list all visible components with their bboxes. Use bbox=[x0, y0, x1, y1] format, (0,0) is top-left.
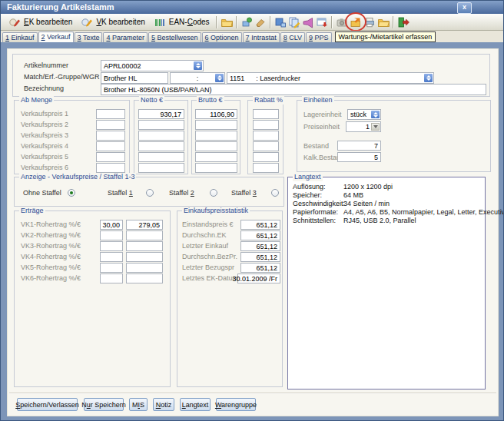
vk6-rohertrag-pct-field[interactable] bbox=[100, 273, 123, 283]
ek-bearbeiten-button[interactable]: EK bearbeiten bbox=[4, 15, 76, 29]
netto-field-5[interactable] bbox=[138, 152, 184, 162]
tab-optionen[interactable]: 6 Optionen bbox=[202, 32, 242, 42]
staffel1-radio[interactable] bbox=[146, 189, 154, 197]
vk4-rohertrag-pct-field[interactable] bbox=[100, 252, 123, 262]
wgr-spinner[interactable] bbox=[424, 74, 433, 82]
vk1-rohertrag-eur-field[interactable]: 279,05 bbox=[126, 220, 163, 230]
toolbar-separator bbox=[393, 16, 394, 28]
camera-icon[interactable] bbox=[335, 15, 349, 28]
brutto-field-3[interactable] bbox=[195, 131, 237, 141]
netto-field-4[interactable] bbox=[138, 141, 184, 151]
wgr-field[interactable]: 1151 : Laserdrucker bbox=[227, 72, 434, 84]
einstandspreis-field[interactable]: 651,12 bbox=[240, 220, 280, 230]
tab-verkauf[interactable]: 2 Verkauf bbox=[38, 31, 74, 42]
ab-menge-field-6[interactable] bbox=[96, 163, 125, 173]
letztes-ek-datum-field[interactable]: 30.01.2009 /Fr bbox=[237, 273, 280, 283]
artikelnummer-spinner[interactable] bbox=[194, 61, 202, 70]
tab-texte[interactable]: 3 Texte bbox=[75, 32, 103, 42]
megaphone-icon[interactable] bbox=[301, 15, 315, 28]
vk6-rohertrag-eur-field[interactable] bbox=[126, 273, 163, 283]
warengruppe-button[interactable]: Warengruppe bbox=[216, 398, 256, 411]
langtext-line: Auflösung:1200 x 1200 dpi bbox=[293, 183, 393, 191]
tab-bestellwesen[interactable]: 5 Bestellwesen bbox=[148, 32, 201, 42]
netto-field-3[interactable] bbox=[138, 131, 184, 141]
letzter-einkauf-field[interactable]: 651,12 bbox=[240, 241, 280, 251]
eraser-icon[interactable] bbox=[254, 15, 267, 28]
kalk-bestand-field[interactable]: 5 bbox=[337, 152, 381, 162]
vk5-rohertrag-pct-field[interactable] bbox=[100, 263, 123, 273]
lagereinheit-field[interactable]: stück bbox=[347, 109, 381, 120]
copy-small-icon[interactable] bbox=[274, 15, 287, 28]
edit-purchase-icon bbox=[8, 15, 22, 28]
vk-bearbeiten-button[interactable]: VK bearbeiten bbox=[76, 15, 148, 29]
ab-menge-field-5[interactable] bbox=[96, 152, 125, 162]
rabatt-field-3[interactable] bbox=[253, 131, 279, 141]
letzter-bezugspr-field[interactable]: 651,12 bbox=[240, 263, 280, 273]
ab-menge-field-3[interactable] bbox=[96, 131, 125, 141]
durchschn-bezpr-label: Durchschn.BezPr. bbox=[182, 253, 237, 260]
vk5-rohertrag-eur-field[interactable] bbox=[126, 263, 163, 273]
tab-einkauf[interactable]: 1 Einkauf bbox=[2, 32, 38, 42]
vk4-rohertrag-eur-field[interactable] bbox=[126, 252, 163, 262]
durchschn-bezpr-field[interactable]: 651,12 bbox=[240, 252, 280, 262]
ab-menge-field-1[interactable] bbox=[96, 109, 125, 119]
tab-pps[interactable]: 9 PPS bbox=[306, 32, 332, 42]
artikelnummer-field[interactable]: APRL00002 bbox=[101, 60, 204, 71]
maintenance-article-icon[interactable] bbox=[349, 15, 363, 28]
vk1-rohertrag-pct-field[interactable]: 30,00 bbox=[100, 220, 123, 230]
brutto-field-5[interactable] bbox=[195, 152, 237, 162]
rabatt-field-4[interactable] bbox=[253, 141, 279, 151]
speichern-verlassen-button[interactable]: Speichern/Verlassen bbox=[17, 398, 78, 411]
folder-icon[interactable] bbox=[220, 15, 234, 28]
staffel2-radio[interactable] bbox=[210, 189, 217, 197]
tab-clv[interactable]: 8 CLV bbox=[280, 32, 305, 42]
langtext-button[interactable]: Langtext bbox=[180, 398, 211, 411]
brutto-field-1[interactable]: 1106,90 bbox=[195, 109, 237, 119]
netto-field-1[interactable]: 930,17 bbox=[138, 109, 184, 119]
close-button[interactable]: x bbox=[457, 2, 472, 14]
exit-icon[interactable] bbox=[396, 15, 410, 28]
rabatt-field-1[interactable] bbox=[253, 109, 279, 119]
erf-gruppe-field[interactable]: : bbox=[170, 72, 225, 84]
tab-parameter[interactable]: 4 Parameter bbox=[103, 32, 148, 42]
brutto-field-6[interactable] bbox=[195, 163, 237, 173]
brutto-field-4[interactable] bbox=[195, 141, 237, 151]
brutto-field-2[interactable] bbox=[195, 120, 237, 130]
copy-pages-icon[interactable] bbox=[287, 15, 301, 28]
ab-menge-field-2[interactable] bbox=[96, 120, 125, 130]
netto-field-2[interactable] bbox=[138, 120, 184, 130]
bestand-field[interactable]: 7 bbox=[337, 141, 381, 151]
match-field[interactable]: Brother HL bbox=[101, 72, 168, 84]
netto-field-6[interactable] bbox=[138, 163, 184, 173]
rabatt-field-6[interactable] bbox=[253, 163, 279, 173]
ohne-staffel-radio[interactable] bbox=[68, 189, 75, 197]
new-item-icon[interactable] bbox=[240, 15, 254, 28]
tab-intrastat[interactable]: 7 Intrastat bbox=[243, 32, 280, 42]
bezeichnung-field[interactable]: Brother HL-8050N (USB/PAR/LAN) bbox=[101, 84, 486, 95]
nur-speichern-button[interactable]: Nur Speichern bbox=[84, 398, 124, 411]
vk3-rohertrag-eur-field[interactable] bbox=[126, 241, 163, 251]
lagereinheit-spinner[interactable] bbox=[371, 111, 380, 118]
window-export-icon[interactable] bbox=[315, 15, 329, 28]
rabatt-field-2[interactable] bbox=[253, 120, 279, 130]
notiz-button[interactable]: Notiz bbox=[153, 398, 174, 411]
ab-menge-field-4[interactable] bbox=[96, 141, 125, 151]
langtext-caption: Langtext bbox=[293, 173, 323, 181]
erf-gruppe-spinner[interactable] bbox=[215, 74, 224, 82]
toolbar: EK bearbeiten VK bearbeiten EAN-Codes bbox=[1, 14, 503, 31]
mis-button[interactable]: MIS bbox=[129, 398, 148, 411]
vk3-rohertrag-pct-field[interactable] bbox=[100, 241, 123, 251]
ean-codes-button[interactable]: EAN-Codes bbox=[149, 15, 214, 29]
preiseinheit-dropdown[interactable] bbox=[371, 123, 380, 131]
durchschn-ek-field[interactable]: 651,12 bbox=[240, 230, 280, 240]
folder-open-icon[interactable] bbox=[376, 15, 390, 28]
toolbar-tooltip: Wartungs-/Mietartikel erfassen bbox=[335, 31, 436, 42]
lagereinheit-label: Lagereinheit bbox=[303, 111, 342, 118]
vk2-rohertrag-pct-field[interactable] bbox=[100, 230, 123, 240]
footer-separator bbox=[9, 393, 496, 394]
printer-icon[interactable] bbox=[363, 15, 376, 28]
vk2-rohertrag-eur-field[interactable] bbox=[126, 230, 163, 240]
rabatt-field-5[interactable] bbox=[253, 152, 279, 162]
staffel3-radio[interactable] bbox=[271, 189, 279, 197]
preiseinheit-field[interactable]: 1 bbox=[346, 121, 381, 132]
